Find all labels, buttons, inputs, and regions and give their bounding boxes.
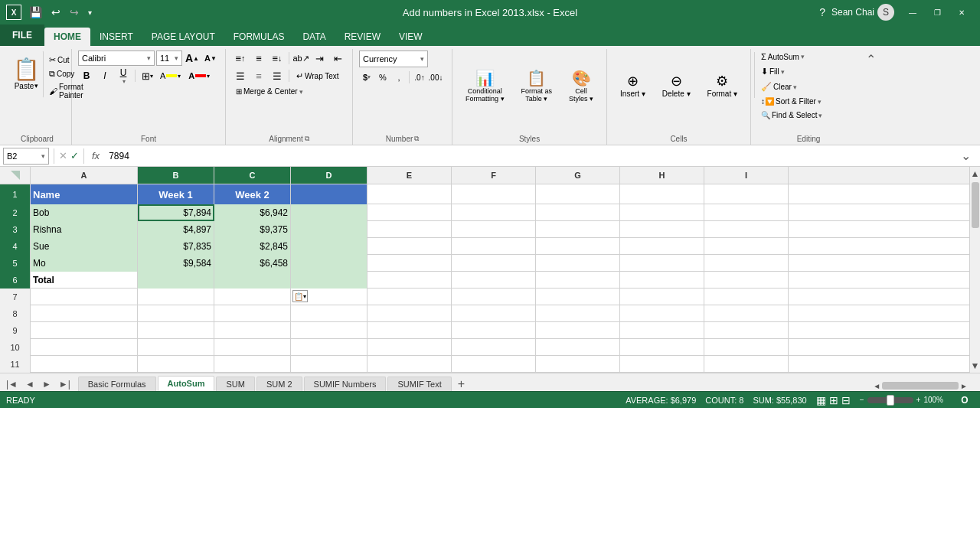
minimize-button[interactable]: —: [900, 4, 925, 21]
cell-i3[interactable]: [704, 221, 789, 238]
cell-h7[interactable]: [620, 289, 704, 305]
row-num-11[interactable]: 11: [0, 356, 31, 373]
tab-data[interactable]: DATA: [293, 28, 335, 46]
zoom-slider-thumb[interactable]: [887, 395, 894, 406]
tab-review[interactable]: REVIEW: [335, 28, 390, 46]
tab-formulas[interactable]: FORMULAS: [224, 28, 294, 46]
cell-e2[interactable]: [368, 204, 452, 221]
cell-d6[interactable]: ✛: [291, 272, 368, 289]
cell-d7[interactable]: 📋 ▾: [291, 289, 368, 305]
cell-h10[interactable]: [620, 339, 704, 356]
align-middle-button[interactable]: ≡: [250, 51, 267, 66]
scroll-up-button[interactable]: ▲: [969, 167, 980, 181]
cell-d5[interactable]: [291, 255, 368, 272]
cell-i1[interactable]: [704, 184, 789, 204]
cell-reference-box[interactable]: B2 ▾: [3, 148, 49, 165]
format-as-table-button[interactable]: 📋 Format asTable ▾: [514, 62, 560, 111]
cell-e9[interactable]: [368, 322, 452, 339]
cell-i10[interactable]: [704, 339, 789, 356]
cell-d8[interactable]: [291, 305, 368, 322]
cell-d11[interactable]: [291, 356, 368, 373]
cell-e8[interactable]: [368, 305, 452, 322]
sort-filter-button[interactable]: ↕🔽 Sort & Filter ▾: [757, 96, 825, 107]
col-header-f[interactable]: F: [452, 167, 536, 184]
cell-c11[interactable]: [214, 356, 291, 373]
cell-b4[interactable]: $7,835: [138, 238, 214, 255]
cell-a1[interactable]: Name: [31, 184, 138, 204]
col-header-c[interactable]: C: [214, 167, 291, 184]
cell-c7[interactable]: [214, 289, 291, 305]
col-header-e[interactable]: E: [368, 167, 452, 184]
cell-f9[interactable]: [452, 322, 536, 339]
cell-d4[interactable]: [291, 238, 368, 255]
zoom-slider[interactable]: [867, 397, 913, 403]
cell-f7[interactable]: [452, 289, 536, 305]
font-color-button[interactable]: A ▾: [185, 70, 213, 82]
cell-c5[interactable]: $6,458: [214, 255, 291, 272]
increase-decimal-button[interactable]: .0↑: [412, 70, 427, 85]
col-header-i[interactable]: I: [704, 167, 789, 184]
borders-button[interactable]: ⊞▾: [139, 68, 155, 83]
tab-page-layout[interactable]: PAGE LAYOUT: [142, 28, 224, 46]
zoom-out-button[interactable]: −: [860, 396, 864, 404]
cell-c4[interactable]: $2,845: [214, 238, 291, 255]
cell-g2[interactable]: [536, 204, 620, 221]
add-sheet-button[interactable]: +: [453, 377, 469, 391]
tab-sumif-numbers[interactable]: SUMIF Numbers: [304, 377, 387, 391]
vertical-scrollbar[interactable]: ▲ ▼: [969, 167, 980, 373]
cell-b6[interactable]: [138, 272, 214, 289]
percent-button[interactable]: %: [375, 70, 390, 85]
save-button[interactable]: 💾: [26, 5, 45, 20]
cell-d3[interactable]: [291, 221, 368, 238]
page-layout-view-button[interactable]: ⊞: [829, 394, 838, 406]
cell-h2[interactable]: [620, 204, 704, 221]
cell-a11[interactable]: [31, 356, 138, 373]
fill-color-button[interactable]: A ▾: [157, 70, 184, 82]
cell-c6[interactable]: [214, 272, 291, 289]
tab-sum-2[interactable]: SUM 2: [256, 377, 302, 391]
cell-b10[interactable]: [138, 339, 214, 356]
normal-view-button[interactable]: ▦: [816, 394, 826, 406]
cell-c10[interactable]: [214, 339, 291, 356]
cell-b5[interactable]: $9,584: [138, 255, 214, 272]
hscroll-right[interactable]: ►: [959, 382, 969, 390]
number-format-dropdown[interactable]: Currency ▾: [359, 51, 428, 67]
cell-d9[interactable]: [291, 322, 368, 339]
zoom-in-button[interactable]: +: [916, 396, 921, 404]
cell-b8[interactable]: [138, 305, 214, 322]
cell-i4[interactable]: [704, 238, 789, 255]
cell-d2[interactable]: [291, 204, 368, 221]
cell-d1[interactable]: [291, 184, 368, 204]
cell-h1[interactable]: [620, 184, 704, 204]
outdent-button[interactable]: ⇤: [329, 51, 346, 66]
cell-g8[interactable]: [536, 305, 620, 322]
insert-button[interactable]: ⊕ Insert ▾: [613, 62, 652, 111]
row-num-7[interactable]: 7: [0, 289, 31, 305]
cell-e4[interactable]: [368, 238, 452, 255]
cell-i6[interactable]: [704, 272, 789, 289]
row-num-8[interactable]: 8: [0, 305, 31, 322]
hscroll-left[interactable]: ◄: [871, 382, 882, 390]
cell-styles-button[interactable]: 🎨 CellStyles ▾: [562, 62, 600, 111]
cell-e7[interactable]: [368, 289, 452, 305]
tab-view[interactable]: VIEW: [390, 28, 432, 46]
cell-e11[interactable]: [368, 356, 452, 373]
font-size-dropdown[interactable]: 11 ▾: [156, 51, 182, 66]
sheet-nav-prev[interactable]: ◄: [22, 377, 38, 391]
cell-e10[interactable]: [368, 339, 452, 356]
scroll-thumb[interactable]: [972, 182, 979, 228]
help-button[interactable]: ?: [819, 6, 825, 18]
row-num-4[interactable]: 4: [0, 238, 31, 255]
row-num-9[interactable]: 9: [0, 322, 31, 339]
cell-g4[interactable]: [536, 238, 620, 255]
formula-expand-button[interactable]: ⌄: [961, 148, 977, 163]
paste-options-button[interactable]: 📋 ▾: [292, 290, 308, 302]
cell-c3[interactable]: $9,375: [214, 221, 291, 238]
paste-button[interactable]: 📋 Paste▾: [9, 51, 44, 98]
text-direction-button[interactable]: ab↗: [292, 51, 309, 66]
sheet-nav-last[interactable]: ►|: [56, 377, 74, 391]
cell-g9[interactable]: [536, 322, 620, 339]
tab-autosum[interactable]: AutoSum: [158, 376, 215, 391]
tab-file[interactable]: FILE: [0, 24, 44, 46]
decrease-font-button[interactable]: A▼: [202, 51, 219, 66]
